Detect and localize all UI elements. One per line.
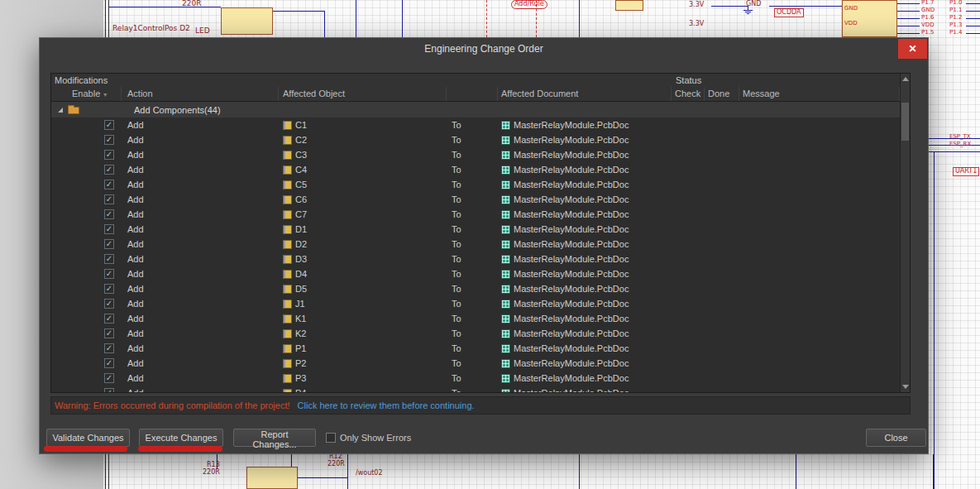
- table-row[interactable]: Add C5 To MasterRelayModule.PcbDoc: [51, 177, 900, 192]
- table-row[interactable]: Add D3 To MasterRelayModule.PcbDoc: [51, 252, 900, 266]
- column-header-done[interactable]: Done: [705, 87, 739, 101]
- enable-checkbox[interactable]: [104, 180, 114, 189]
- review-errors-link[interactable]: Click here to review them before continu…: [298, 400, 475, 410]
- pcbdoc-icon: [501, 240, 510, 249]
- object-label: D2: [295, 239, 307, 249]
- enable-checkbox[interactable]: [104, 373, 114, 383]
- enable-checkbox[interactable]: [104, 314, 114, 324]
- wire: [579, 0, 580, 37]
- column-header-affected-document[interactable]: Affected Document: [498, 87, 672, 101]
- column-header-check[interactable]: Check: [672, 87, 705, 101]
- wire: [966, 33, 980, 34]
- table-row[interactable]: Add D2 To MasterRelayModule.PcbDoc: [51, 237, 900, 252]
- action-label: Add: [127, 299, 144, 309]
- column-header-action[interactable]: Action: [122, 87, 279, 101]
- done-status-cell: [705, 252, 739, 266]
- schematic-label: 220R: [182, 0, 201, 8]
- table-row[interactable]: Add C3 To MasterRelayModule.PcbDoc: [51, 147, 900, 162]
- document-label: MasterRelayModule.PcbDoc: [514, 150, 629, 160]
- component-icon: [283, 344, 292, 353]
- wire: [579, 454, 580, 489]
- close-icon[interactable]: ✕: [898, 39, 927, 59]
- enable-checkbox[interactable]: [104, 224, 114, 234]
- enable-checkbox[interactable]: [104, 284, 114, 294]
- column-header-message[interactable]: Message: [739, 87, 900, 101]
- wire: [743, 10, 753, 11]
- scroll-up-icon[interactable]: [901, 74, 910, 84]
- dialog-titlebar[interactable]: Engineering Change Order: [40, 38, 928, 60]
- table-row[interactable]: Add C1 To MasterRelayModule.PcbDoc: [51, 117, 900, 132]
- table-row[interactable]: Add P1 To MasterRelayModule.PcbDoc: [51, 341, 900, 356]
- table-row[interactable]: Add C2 To MasterRelayModule.PcbDoc: [51, 132, 900, 147]
- check-status-cell: [672, 237, 705, 252]
- message-cell: [739, 117, 900, 132]
- to-label: To: [452, 358, 461, 368]
- scroll-down-icon[interactable]: [901, 381, 910, 392]
- enable-checkbox[interactable]: [104, 269, 114, 279]
- done-status-cell: [705, 311, 739, 326]
- pcbdoc-icon: [501, 344, 510, 353]
- group-row-add-components[interactable]: Add Components(44): [51, 102, 900, 117]
- table-row[interactable]: Add D5 To MasterRelayModule.PcbDoc: [51, 281, 900, 296]
- enable-checkbox[interactable]: [104, 343, 114, 353]
- message-cell: [739, 371, 900, 386]
- enable-checkbox[interactable]: [104, 165, 114, 175]
- schematic-label: P1.6: [921, 15, 934, 22]
- table-row[interactable]: Add K1 To MasterRelayModule.PcbDoc: [51, 311, 900, 326]
- wire: [324, 11, 325, 37]
- check-status-cell: [672, 326, 705, 341]
- enable-checkbox[interactable]: [104, 135, 114, 145]
- table-row[interactable]: Add D1 To MasterRelayModule.PcbDoc: [51, 222, 900, 237]
- tree-expand-icon[interactable]: [58, 108, 63, 113]
- column-header-enable[interactable]: Enable▾: [51, 87, 122, 101]
- enable-checkbox[interactable]: [104, 299, 114, 309]
- execute-changes-button[interactable]: Execute Changes: [139, 429, 223, 447]
- wire: [769, 6, 842, 7]
- component-icon: [283, 195, 292, 204]
- table-row[interactable]: Add P4 To MasterRelayModule.PcbDoc: [51, 386, 900, 392]
- dialog-title: Engineering Change Order: [424, 43, 543, 55]
- message-cell: [739, 207, 900, 222]
- schematic-label: P1.7: [921, 0, 934, 7]
- document-label: MasterRelayModule.PcbDoc: [514, 209, 629, 219]
- enable-checkbox[interactable]: [104, 388, 114, 392]
- close-button[interactable]: Close: [866, 429, 926, 447]
- action-label: Add: [127, 284, 144, 294]
- enable-checkbox[interactable]: [104, 209, 114, 219]
- table-row[interactable]: Add D4 To MasterRelayModule.PcbDoc: [51, 266, 900, 281]
- check-status-cell: [672, 177, 705, 192]
- enable-checkbox[interactable]: [104, 254, 114, 264]
- table-row[interactable]: Add C7 To MasterRelayModule.PcbDoc: [51, 207, 900, 222]
- table-row[interactable]: Add K2 To MasterRelayModule.PcbDoc: [51, 326, 900, 341]
- schematic-label: 3.3V: [689, 21, 704, 28]
- enable-checkbox[interactable]: [104, 239, 114, 249]
- vertical-scrollbar[interactable]: [900, 74, 910, 392]
- action-label: Add: [127, 224, 144, 234]
- column-header-affected-object[interactable]: Affected Object: [279, 87, 447, 101]
- action-label: Add: [127, 150, 144, 160]
- enable-checkbox[interactable]: [104, 120, 114, 130]
- schematic-label: VDD: [844, 21, 858, 27]
- enable-checkbox[interactable]: [104, 328, 114, 338]
- table-row[interactable]: Add P2 To MasterRelayModule.PcbDoc: [51, 356, 900, 371]
- wire: [929, 151, 980, 152]
- report-changes-button[interactable]: Report Changes...: [233, 429, 316, 447]
- table-row[interactable]: Add P3 To MasterRelayModule.PcbDoc: [51, 371, 900, 386]
- action-label: Add: [127, 180, 144, 189]
- table-row[interactable]: Add C4 To MasterRelayModule.PcbDoc: [51, 162, 900, 177]
- done-status-cell: [705, 192, 739, 207]
- scrollbar-thumb[interactable]: [901, 103, 909, 141]
- only-show-errors-checkbox[interactable]: [326, 433, 336, 443]
- table-row[interactable]: Add C6 To MasterRelayModule.PcbDoc: [51, 192, 900, 207]
- schematic-label: GND: [921, 7, 935, 14]
- message-cell: [739, 192, 900, 207]
- check-status-cell: [672, 356, 705, 371]
- enable-checkbox[interactable]: [104, 150, 114, 160]
- table-row[interactable]: Add J1 To MasterRelayModule.PcbDoc: [51, 296, 900, 311]
- done-status-cell: [705, 132, 739, 147]
- filter-caret-icon[interactable]: ▾: [103, 91, 107, 98]
- enable-checkbox[interactable]: [104, 194, 114, 204]
- validate-changes-button[interactable]: Validate Changes: [46, 429, 130, 447]
- component-icon: [283, 180, 292, 189]
- enable-checkbox[interactable]: [104, 358, 114, 368]
